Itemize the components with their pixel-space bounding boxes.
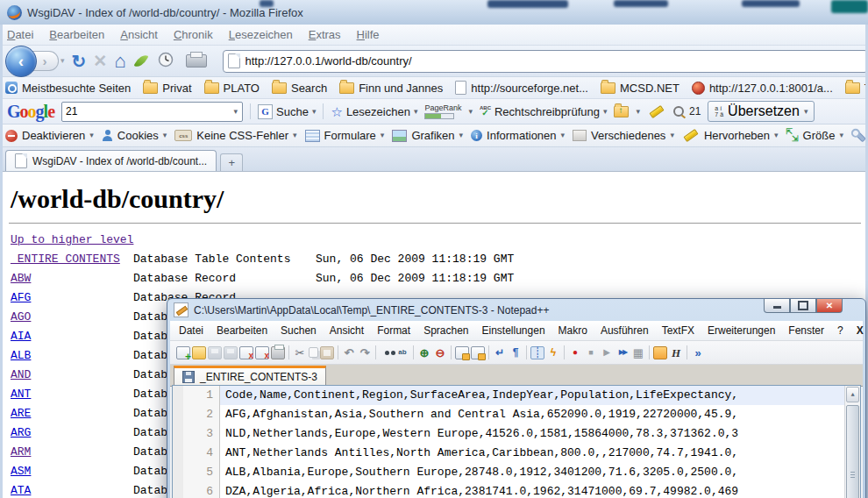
np-menu-textfx[interactable]: TextFX (662, 324, 694, 337)
history-dropdown-icon[interactable]: ▾ (60, 57, 65, 65)
save-icon[interactable] (208, 346, 222, 359)
chevron-down-icon[interactable]: ▾ (312, 108, 317, 116)
np-menu-help[interactable]: ? (837, 324, 843, 337)
chevron-down-icon[interactable]: ▾ (414, 108, 418, 116)
bookmark-privat[interactable]: Privat (143, 82, 191, 95)
menu-lesezeichen[interactable]: Lesezeichen (229, 28, 293, 41)
bookmark-plato[interactable]: PLATO (204, 82, 260, 95)
webdev-deaktivieren[interactable]: Deaktivieren▾ (5, 129, 94, 142)
webdev-grafiken[interactable]: Grafiken▾ (392, 129, 463, 142)
new-file-icon[interactable] (176, 346, 190, 359)
editor-line[interactable]: 1Code,Name,Continent,Region,SurfaceArea,… (173, 386, 860, 405)
firefox-titlebar[interactable]: WsgiDAV - Index of /world-db/country/ - … (0, 0, 868, 25)
chevron-down-icon[interactable]: ▾ (603, 108, 608, 116)
leaf-addon-icon[interactable] (133, 53, 148, 70)
entry-link[interactable]: AIA (11, 330, 31, 343)
bookmark-search[interactable]: Search (272, 82, 327, 95)
sync-scroll-v-icon[interactable] (455, 346, 469, 359)
line-text[interactable]: ANT,Netherlands Antilles,North America,C… (220, 444, 860, 463)
html-preview-icon[interactable] (669, 346, 683, 359)
chevron-down-icon[interactable]: ▾ (636, 108, 640, 116)
google-lesezeichen-button[interactable]: ☆ Lesezeichen ▾ (331, 105, 417, 118)
clock-addon-icon[interactable] (158, 52, 174, 71)
chevron-down-icon[interactable]: ▾ (381, 132, 385, 139)
new-tab-button[interactable]: + (220, 153, 243, 171)
show-all-chars-icon[interactable] (509, 346, 523, 359)
webdev-informationen[interactable]: Informationen▾ (471, 129, 565, 142)
close-document-button[interactable]: X (857, 324, 864, 337)
scrollbar-thumb[interactable] (846, 405, 859, 498)
macro-stop-icon[interactable] (584, 346, 598, 359)
np-menu-sprachen[interactable]: Sprachen (423, 324, 468, 337)
bookmark-sourceforge[interactable]: http://sourceforge.net... (455, 81, 588, 95)
line-text[interactable]: AFG,Afghanistan,Asia,Southern and Centra… (220, 405, 860, 424)
webdev-hervorheben[interactable]: Hervorheben▾ (682, 129, 779, 142)
chevron-down-icon[interactable]: ▾ (233, 108, 238, 116)
chevron-down-icon[interactable]: ▾ (459, 132, 464, 139)
bookmark-127-0-0-1-8001[interactable]: http://127.0.0.1:8001/a... (692, 82, 833, 95)
editor-line[interactable]: 5ALB,Albania,Europe,Southern Europe,2874… (173, 463, 860, 482)
np-menu-fenster[interactable]: Fenster (788, 324, 824, 337)
menu-chronik[interactable]: Chronik (174, 28, 213, 41)
close-button[interactable]: ✕ (816, 299, 843, 313)
menu-extras[interactable]: Extras (309, 28, 341, 41)
entry-link[interactable]: AND (11, 368, 31, 381)
line-text[interactable]: Code,Name,Continent,Region,SurfaceArea,I… (220, 386, 860, 405)
save-all-icon[interactable] (224, 346, 238, 359)
highlighter-icon[interactable] (649, 105, 664, 118)
chevron-down-icon[interactable]: ▾ (839, 132, 843, 139)
word-wrap-icon[interactable] (493, 346, 507, 359)
url-bar[interactable] (223, 50, 868, 73)
entry-link[interactable]: _ENTIRE_CONTENTS (11, 253, 120, 266)
folder-up-icon[interactable] (614, 106, 629, 117)
entry-link[interactable]: ALB (11, 349, 31, 362)
menu-ansicht[interactable]: Ansicht (120, 28, 158, 41)
np-menu-ansicht[interactable]: Ansicht (330, 324, 364, 337)
up-to-higher-level-link[interactable]: Up to higher level (11, 231, 133, 250)
translate-button[interactable]: a í7 ä Übersetzen ▾ (708, 101, 815, 122)
editor-line[interactable]: 2AFG,Afghanistan,Asia,Southern and Centr… (173, 405, 860, 424)
url-input[interactable] (245, 54, 867, 68)
indent-guide-icon[interactable] (530, 346, 544, 359)
macro-record-icon[interactable] (568, 346, 582, 359)
entry-link[interactable]: ASM (11, 465, 31, 478)
menu-bearbeiten[interactable]: Bearbeiten (49, 28, 104, 41)
entry-link[interactable]: AFG (11, 291, 31, 304)
bookmark-finn-und-jannes[interactable]: Finn und Jannes (339, 82, 443, 95)
back-button[interactable]: ‹ (5, 46, 37, 77)
find-icon[interactable] (380, 346, 394, 359)
editor-line[interactable]: 3NLD,Netherlands,Europe,Western Europe,4… (173, 424, 860, 444)
entry-link[interactable]: ATA (11, 484, 31, 497)
line-text[interactable]: DZA,Algeria,Africa,Northern Africa,23817… (220, 482, 860, 498)
more-icon[interactable] (691, 346, 705, 359)
editor-line[interactable]: 4ANT,Netherlands Antilles,North America,… (173, 444, 860, 463)
copy-icon[interactable] (309, 347, 318, 358)
webdev-groesse[interactable]: Größe▾ (786, 129, 843, 142)
google-search-input[interactable] (62, 105, 233, 117)
chevron-down-icon[interactable]: ▾ (468, 108, 473, 116)
chevron-down-icon[interactable]: ▾ (561, 132, 566, 139)
entry-link[interactable]: AGO (11, 310, 31, 324)
home-button[interactable]: ⌂ (114, 50, 125, 73)
macro-run-multiple-icon[interactable] (615, 346, 630, 359)
bookmark-mcsd-net[interactable]: MCSD.NET (601, 82, 679, 95)
np-menu-einstellungen[interactable]: Einstellungen (482, 324, 545, 337)
active-tab[interactable]: WsgiDAV - Index of /world-db/count... (5, 150, 217, 171)
entry-link[interactable]: ABW (11, 272, 31, 285)
notepad-titlebar[interactable]: C:\Users\Martin\AppData\Local\Temp\_ENTI… (167, 299, 865, 321)
entry-link[interactable]: ARG (11, 426, 31, 439)
entry-link[interactable]: ARM (11, 445, 31, 459)
chevron-down-icon[interactable]: ▾ (163, 132, 167, 139)
editor-line[interactable]: 6DZA,Algeria,Africa,Northern Africa,2381… (173, 482, 860, 498)
undo-icon[interactable] (342, 346, 356, 359)
google-suche-button[interactable]: G Suche ▾ (258, 104, 316, 119)
redo-icon[interactable] (358, 346, 372, 359)
entry-link[interactable]: ANT (11, 388, 31, 401)
print-icon[interactable] (271, 346, 285, 359)
zoom-out-icon[interactable] (433, 346, 447, 359)
spellcheck-button[interactable]: ABC✓ Rechtschreibprüfung ▾ (480, 105, 608, 118)
chevron-down-icon[interactable]: ▾ (804, 108, 808, 116)
pagerank-indicator[interactable]: PageRank (424, 104, 461, 119)
text-editor[interactable]: 1Code,Name,Continent,Region,SurfaceArea,… (172, 385, 861, 498)
close-file-icon[interactable] (239, 346, 253, 359)
